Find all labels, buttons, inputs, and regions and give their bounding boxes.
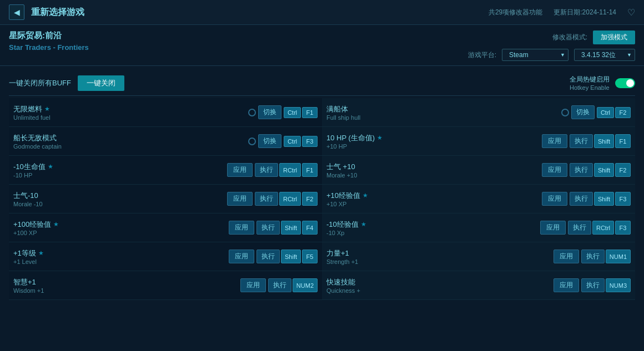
exec-button[interactable]: 执行: [568, 221, 591, 235]
item-name-cn: 船长无敌模式: [13, 133, 245, 143]
item-controls: 应用 执行 NUM1: [554, 250, 631, 263]
key-ctrl[interactable]: Ctrl: [284, 107, 301, 118]
favorite-icon[interactable]: ♡: [627, 7, 635, 18]
item-name-en: Morale -10: [13, 201, 224, 207]
key-f4[interactable]: F4: [302, 221, 318, 235]
item-name-cn: +100经验值 ★: [13, 220, 225, 230]
key-rctrl[interactable]: RCtrl: [592, 221, 614, 235]
item-name-en: Strength +1: [326, 258, 550, 265]
exec-button[interactable]: 执行: [581, 278, 605, 292]
item-name-en: +1 Level: [13, 258, 225, 265]
key-group: Ctrl F1: [284, 107, 318, 118]
key-f2[interactable]: F2: [615, 163, 631, 177]
apply-button[interactable]: 应用: [542, 163, 567, 177]
item-controls: 切换 Ctrl F1: [248, 105, 318, 119]
key-f3[interactable]: F3: [615, 192, 631, 206]
key-rctrl[interactable]: RCtrl: [279, 192, 301, 206]
hotkey-toggle[interactable]: [615, 78, 635, 88]
apply-button[interactable]: 应用: [227, 192, 253, 206]
toggle-button[interactable]: 切换: [571, 105, 595, 119]
star-icon: ★: [363, 192, 368, 199]
exec-button[interactable]: 执行: [268, 278, 291, 292]
game-title-cn: 星际贸易:前沿: [9, 30, 468, 41]
game-controls: 修改器模式: 加强模式 游戏平台: Steam 3.4.15 32位: [468, 30, 635, 61]
star-icon: ★: [53, 221, 59, 228]
toggle-button[interactable]: 切换: [258, 134, 281, 148]
item-controls: 应用 执行 NUM3: [554, 278, 631, 292]
circle-toggle[interactable]: [248, 138, 256, 145]
key-f2[interactable]: F2: [302, 192, 318, 206]
item-info: 无限燃料 ★ Unlimited fuel: [13, 104, 245, 121]
key-f1[interactable]: F1: [302, 107, 318, 118]
item-controls: 应用 执行 RCtrl F3: [540, 221, 631, 235]
exec-button[interactable]: 执行: [570, 163, 593, 177]
apply-button[interactable]: 应用: [229, 250, 254, 263]
platform-select[interactable]: Steam: [502, 49, 568, 61]
item-info: 快速技能 Quickness +: [326, 277, 550, 294]
key-f5[interactable]: F5: [302, 250, 318, 263]
key-f1[interactable]: F1: [302, 163, 318, 177]
key-group: 执行 NUM2: [268, 278, 318, 292]
mode-label: 修改器模式:: [552, 33, 587, 42]
key-rctrl[interactable]: RCtrl: [279, 163, 301, 177]
apply-button[interactable]: 应用: [542, 134, 567, 148]
item-name-en: Godmode captain: [13, 143, 245, 150]
circle-toggle[interactable]: [561, 109, 569, 116]
apply-button[interactable]: 应用: [240, 278, 266, 292]
item-name-en: Full ship hull: [326, 114, 558, 121]
apply-button[interactable]: 应用: [542, 192, 567, 206]
one-close-button[interactable]: 一键关闭: [78, 75, 124, 91]
key-f3[interactable]: F3: [615, 221, 631, 235]
apply-button[interactable]: 应用: [554, 278, 579, 292]
key-shift[interactable]: Shift: [594, 192, 614, 206]
apply-button[interactable]: 应用: [229, 221, 254, 235]
item-name-cn: 智慧+1: [13, 277, 237, 287]
header: ◀ 重新选择游戏 共29项修改器功能 更新日期:2024-11-14 ♡: [0, 0, 644, 25]
item-info: 力量+1 Strength +1: [326, 248, 550, 265]
platform-label: 游戏平台:: [468, 50, 496, 60]
key-shift[interactable]: Shift: [281, 221, 301, 235]
exec-button[interactable]: 执行: [255, 192, 278, 206]
key-f3[interactable]: F3: [302, 136, 318, 147]
key-ctrl[interactable]: Ctrl: [284, 136, 301, 147]
version-select[interactable]: 3.4.15 32位: [574, 49, 635, 61]
mode-row: 修改器模式: 加强模式: [552, 30, 635, 44]
item-name-cn: -10经验值 ★: [326, 220, 537, 230]
key-group: Ctrl F2: [597, 107, 631, 118]
key-num2[interactable]: NUM2: [293, 278, 318, 292]
toolbar-left: 一键关闭所有BUFF 一键关闭: [9, 75, 124, 91]
item-name-en: Morale +10: [326, 172, 539, 179]
star-icon: ★: [48, 163, 53, 170]
exec-button[interactable]: 执行: [570, 192, 593, 206]
mode-button[interactable]: 加强模式: [593, 30, 635, 44]
header-right: 共29项修改器功能 更新日期:2024-11-14 ♡: [489, 7, 635, 18]
key-num3[interactable]: NUM3: [606, 278, 631, 292]
toolbar-right: 全局热键启用 Hotkey Enable: [570, 75, 635, 91]
key-ctrl[interactable]: Ctrl: [597, 107, 614, 118]
exec-button[interactable]: 执行: [570, 134, 593, 148]
circle-toggle[interactable]: [248, 109, 256, 116]
apply-button[interactable]: 应用: [227, 163, 253, 177]
exec-button[interactable]: 执行: [581, 250, 605, 263]
toggle-button[interactable]: 切换: [258, 105, 281, 119]
key-f1[interactable]: F1: [615, 134, 631, 148]
app-container: ◀ 重新选择游戏 共29项修改器功能 更新日期:2024-11-14 ♡ 星际贸…: [0, 0, 644, 304]
exec-button[interactable]: 执行: [256, 221, 280, 235]
back-button[interactable]: ◀: [9, 4, 24, 20]
item-name-cn: 力量+1: [326, 248, 550, 258]
apply-button[interactable]: 应用: [540, 221, 566, 235]
items-grid: 无限燃料 ★ Unlimited fuel 切换 Ctrl F1 满船体: [9, 98, 635, 300]
key-shift[interactable]: Shift: [281, 250, 301, 263]
key-f2[interactable]: F2: [615, 107, 631, 118]
item-info: +10经验值 ★ +10 XP: [326, 191, 539, 207]
item-full-hull: 满船体 Full ship hull 切换 Ctrl F2: [322, 98, 635, 127]
item-name-cn: +10经验值 ★: [326, 191, 539, 201]
exec-button[interactable]: 执行: [256, 250, 280, 263]
key-num1[interactable]: NUM1: [606, 250, 631, 263]
key-shift[interactable]: Shift: [594, 134, 614, 148]
exec-button[interactable]: 执行: [255, 163, 278, 177]
update-date: 更新日期:2024-11-14: [554, 8, 616, 17]
key-shift[interactable]: Shift: [594, 163, 614, 177]
item-name-en: +10 HP: [326, 143, 539, 150]
apply-button[interactable]: 应用: [554, 250, 579, 263]
